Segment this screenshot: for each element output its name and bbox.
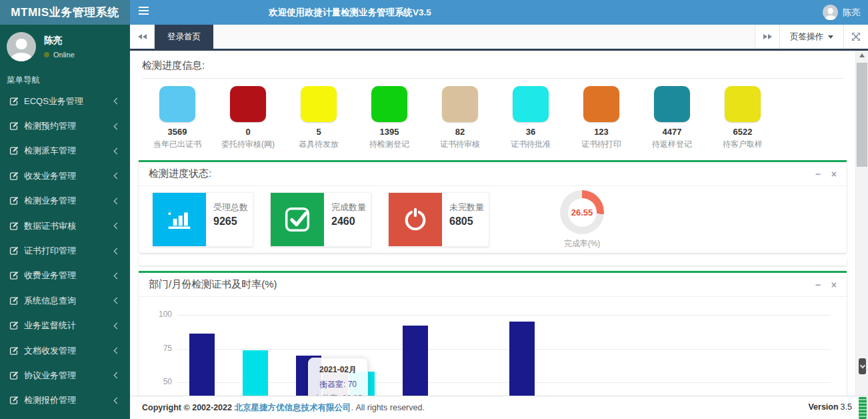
user-menu[interactable]: 陈亮 bbox=[823, 0, 860, 25]
sidebar-item-5[interactable]: 数据证书审核 bbox=[0, 214, 130, 238]
collapse-icon[interactable]: − bbox=[815, 280, 821, 290]
stat-value: 36 bbox=[495, 127, 566, 137]
sidebar-item-label: 业务监督统计 bbox=[24, 320, 115, 332]
tabs-scroll-left-icon[interactable] bbox=[130, 25, 155, 49]
chart-tooltip: 2021-02月衡器室: 70力学室: 60.35热电理化室: 57.69 bbox=[308, 358, 368, 396]
tab-operations-dropdown[interactable]: 页签操作 bbox=[779, 25, 843, 49]
app-logo[interactable]: MTMIS业务管理系统 bbox=[0, 0, 130, 25]
stat-color-square bbox=[513, 86, 549, 122]
panel-header: 部门/月份检测证书及时率(%) − × bbox=[139, 273, 847, 297]
stat-value: 4477 bbox=[637, 127, 707, 137]
close-icon[interactable]: × bbox=[831, 280, 837, 290]
scroll-up-icon[interactable] bbox=[859, 53, 865, 57]
sidebar-item-label: 检测报价管理 bbox=[24, 394, 115, 406]
sidebar-item-7[interactable]: 收费业务管理 bbox=[0, 264, 130, 288]
pencil-square-icon bbox=[9, 121, 19, 131]
fullscreen-icon[interactable] bbox=[843, 25, 868, 49]
sidebar-item-6[interactable]: 证书打印管理 bbox=[0, 238, 130, 263]
collapse-icon[interactable]: − bbox=[815, 169, 821, 179]
gridline bbox=[177, 315, 831, 316]
info-box-label: 受理总数 bbox=[213, 201, 248, 214]
empty-panel-strip bbox=[139, 256, 847, 266]
sidebar-toggle-icon[interactable] bbox=[139, 7, 149, 17]
stat-card-7[interactable]: 4477待返样登记 bbox=[637, 86, 707, 150]
sidebar-item-label: 文档收发管理 bbox=[24, 345, 115, 357]
sidebar-item-12[interactable]: 检测报价管理 bbox=[0, 388, 130, 413]
bar-chart-icon bbox=[153, 193, 206, 246]
power-off-icon bbox=[389, 193, 442, 246]
sidebar-item-4[interactable]: 检测业务管理 bbox=[0, 189, 130, 214]
y-axis-tick: 75 bbox=[148, 344, 172, 353]
stat-label: 当年已出证书 bbox=[142, 139, 213, 150]
green-striped-widget[interactable] bbox=[859, 397, 867, 419]
avatar bbox=[7, 32, 36, 61]
stat-card-8[interactable]: 6522待客户取样 bbox=[707, 86, 778, 150]
sidebar-nav-label: 菜单导航 bbox=[0, 65, 130, 89]
pencil-square-icon bbox=[9, 346, 19, 356]
sidebar-item-10[interactable]: 文档收发管理 bbox=[0, 338, 130, 363]
pencil-square-icon bbox=[9, 146, 19, 155]
panel-header: 检测进度状态: − × bbox=[139, 162, 847, 186]
stat-card-4[interactable]: 82证书待审核 bbox=[425, 86, 495, 150]
stat-label: 委托待审核(网) bbox=[213, 139, 283, 150]
stat-card-1[interactable]: 0委托待审核(网) bbox=[213, 86, 283, 150]
y-axis-tick: 50 bbox=[148, 377, 172, 386]
stat-card-6[interactable]: 123证书待打印 bbox=[566, 86, 637, 150]
sidebar-item-label: 协议业务管理 bbox=[24, 370, 115, 382]
stat-color-square bbox=[159, 86, 195, 122]
caret-down-icon bbox=[828, 35, 833, 39]
close-icon[interactable]: × bbox=[831, 169, 837, 179]
tab-bar: 登录首页 页签操作 bbox=[130, 25, 868, 51]
stat-card-3[interactable]: 1395待检测登记 bbox=[354, 86, 425, 150]
info-box-0: 受理总数9265 bbox=[152, 192, 253, 247]
progress-status-body: 受理总数9265完成数量2460未完数量6805 26.55 完成率(%) bbox=[139, 186, 847, 253]
pencil-square-icon bbox=[9, 396, 19, 405]
stat-color-square bbox=[583, 86, 619, 122]
sidebar-item-8[interactable]: 系统信息查询 bbox=[0, 288, 130, 313]
footer: Copyright © 2002-2022 北京星捷方优信息技术有限公司. Al… bbox=[130, 396, 868, 419]
scrollbar-thumb[interactable] bbox=[857, 63, 867, 167]
scroll-down-icon[interactable] bbox=[859, 358, 866, 374]
sidebar-item-label: 检测预约管理 bbox=[24, 120, 115, 132]
stat-card-row: 3569当年已出证书0委托待审核(网)5器具待发放1395待检测登记82证书待审… bbox=[142, 79, 843, 158]
stat-color-square bbox=[230, 86, 266, 122]
content-area: 检测进度信息: 3569当年已出证书0委托待审核(网)5器具待发放1395待检测… bbox=[130, 51, 855, 396]
sidebar-item-9[interactable]: 业务监督统计 bbox=[0, 314, 130, 338]
sidebar-item-1[interactable]: 检测预约管理 bbox=[0, 113, 130, 138]
pencil-square-icon bbox=[9, 321, 19, 330]
stat-value: 82 bbox=[425, 127, 495, 137]
tabs-scroll-right-icon[interactable] bbox=[755, 25, 779, 49]
stat-card-2[interactable]: 5器具待发放 bbox=[283, 86, 354, 150]
navbar: 欢迎使用政捷计量检测业务管理系统V3.5 陈亮 bbox=[130, 0, 868, 25]
stat-value: 3569 bbox=[142, 127, 213, 137]
company-link[interactable]: 北京星捷方优信息技术有限公司 bbox=[234, 403, 351, 412]
app-window: MTMIS业务管理系统 欢迎使用政捷计量检测业务管理系统V3.5 陈亮 陈亮 O… bbox=[0, 0, 868, 419]
stat-value: 0 bbox=[213, 127, 283, 137]
tab-login-home[interactable]: 登录首页 bbox=[155, 25, 213, 49]
stat-card-0[interactable]: 3569当年已出证书 bbox=[142, 86, 213, 150]
gridline bbox=[177, 382, 831, 383]
tooltip-row: 力学室: 60.35 bbox=[311, 393, 365, 396]
completion-donut: 26.55 完成率(%) bbox=[545, 190, 619, 250]
progress-info-section: 检测进度信息: 3569当年已出证书0委托待审核(网)5器具待发放1395待检测… bbox=[130, 51, 855, 158]
completion-rate-label: 完成率(%) bbox=[545, 238, 619, 250]
gridline bbox=[177, 349, 831, 350]
sidebar-item-11[interactable]: 协议业务管理 bbox=[0, 363, 130, 388]
stat-color-square bbox=[371, 86, 407, 122]
sidebar-item-2[interactable]: 检测派车管理 bbox=[0, 139, 130, 163]
sidebar-item-3[interactable]: 收发业务管理 bbox=[0, 163, 130, 188]
chevron-left-icon bbox=[114, 223, 121, 230]
stat-label: 待返样登记 bbox=[637, 139, 707, 150]
stat-card-5[interactable]: 36证书待批准 bbox=[495, 86, 566, 150]
vertical-scrollbar[interactable] bbox=[855, 51, 868, 396]
sidebar-menu: ECQS业务管理检测预约管理检测派车管理收发业务管理检测业务管理数据证书审核证书… bbox=[0, 89, 130, 413]
tooltip-row: 衡器室: 70 bbox=[311, 379, 365, 390]
chevron-left-icon bbox=[114, 372, 121, 379]
info-box-label: 未完数量 bbox=[449, 201, 484, 214]
user-status[interactable]: Online bbox=[44, 51, 75, 59]
chevron-left-icon bbox=[114, 98, 121, 105]
chevron-left-icon bbox=[114, 272, 121, 279]
sidebar-item-0[interactable]: ECQS业务管理 bbox=[0, 89, 130, 113]
version-label: Version3.5 bbox=[808, 402, 852, 419]
progress-info-title: 检测进度信息: bbox=[142, 59, 843, 72]
